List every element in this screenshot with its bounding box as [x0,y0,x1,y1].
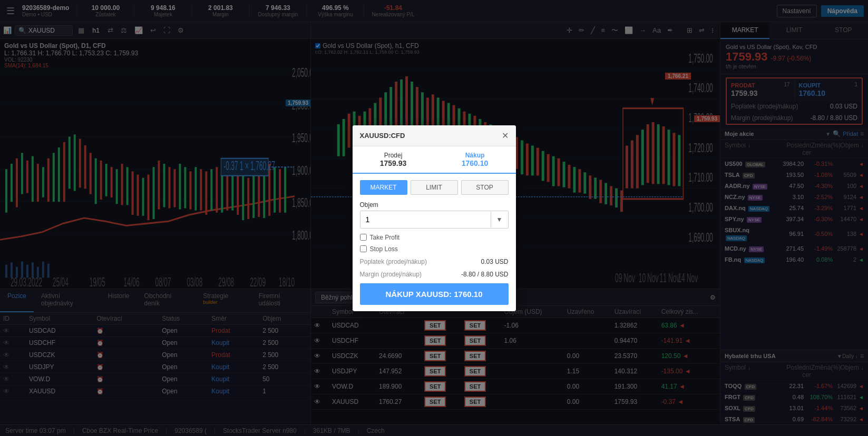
modal-dialog: XAUUSD:CFD ✕ Prodej 1759.93 Nákup 1760.1… [353,125,516,311]
volume-dropdown[interactable]: ▼ [491,212,508,227]
modal-close-button[interactable]: ✕ [502,131,509,141]
modal-buy-button[interactable]: NÁKUP XAUUSD: 1760.10 [360,283,509,305]
modal-stop-tab[interactable]: STOP [461,180,509,195]
modal-tab-buy[interactable]: Nákup 1760.10 [434,146,516,173]
modal-margin-info: Margin (prodej/nákup) -8.80 / 8.80 USD [360,271,509,278]
take-profit-row: Take Profit [360,234,509,241]
modal-overlay[interactable]: XAUUSD:CFD ✕ Prodej 1759.93 Nákup 1760.1… [0,0,868,436]
stop-loss-checkbox[interactable] [360,245,367,252]
modal-fee-info: Poplatek (prodej/nákup) 0.03 USD [360,258,509,265]
modal-limit-tab[interactable]: LIMIT [411,180,458,195]
modal-market-tab[interactable]: MARKET [360,180,407,195]
stop-loss-row: Stop Loss [360,245,509,253]
modal-order-type-tabs: MARKET LIMIT STOP [360,180,509,195]
modal-volume-input: ▼ [360,211,509,229]
modal-body: MARKET LIMIT STOP Objem ▼ Take Profit St… [353,174,516,311]
take-profit-checkbox[interactable] [360,234,367,241]
modal-tab-sell[interactable]: Prodej 1759.93 [353,146,434,173]
modal-trade-tabs: Prodej 1759.93 Nákup 1760.10 [353,146,516,174]
volume-field[interactable] [360,211,491,228]
modal-header: XAUUSD:CFD ✕ [353,125,516,146]
